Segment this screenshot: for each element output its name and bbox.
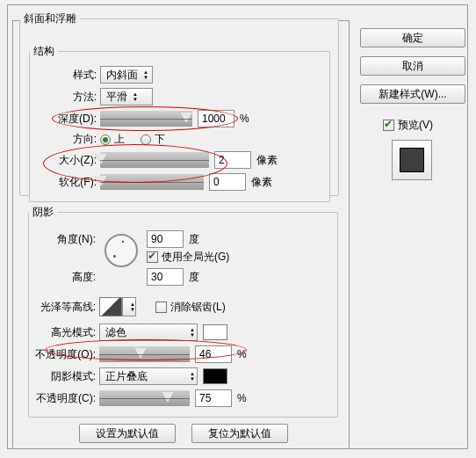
structure-group: 结构 样式: 内斜面 方法: 平滑 深度(D):	[29, 44, 330, 202]
bevel-emboss-group: 斜面和浮雕 结构 样式: 内斜面 方法: 平滑 深度(	[19, 11, 339, 196]
highlight-opacity-unit: %	[237, 348, 247, 360]
highlight-opacity-slider[interactable]	[99, 346, 190, 362]
shading-group: 阴影 角度(N): 90 度 使用全局光(G) 高度: 30 度 光泽等高线:	[28, 205, 338, 418]
soften-input[interactable]: 0	[209, 173, 246, 191]
preview-swatch-inner	[400, 148, 424, 172]
angle-label: 角度(N):	[29, 232, 99, 247]
technique-value: 平滑	[106, 90, 127, 105]
highlight-mode-combobox[interactable]: 滤色	[99, 324, 198, 341]
direction-down-radio[interactable]: 下	[141, 132, 165, 147]
updown-icon	[190, 371, 195, 382]
angle-dial[interactable]	[105, 234, 138, 267]
angle-unit: 度	[189, 232, 199, 247]
gloss-contour-picker[interactable]	[99, 297, 122, 316]
new-style-button[interactable]: 新建样式(W)...	[360, 84, 465, 104]
preview-swatch	[392, 140, 432, 180]
depth-slider[interactable]	[100, 111, 192, 127]
dial-dot	[113, 255, 116, 258]
make-default-button[interactable]: 设置为默认值	[79, 424, 176, 443]
highlight-mode-label: 高光模式:	[29, 325, 99, 340]
shadow-color-swatch[interactable]	[203, 368, 227, 384]
bevel-emboss-legend: 斜面和浮雕	[20, 11, 80, 26]
slider-thumb[interactable]	[95, 176, 107, 186]
size-input[interactable]: 2	[214, 151, 251, 169]
updown-icon	[133, 91, 138, 102]
preview-label: 预览(V)	[398, 118, 433, 133]
size-label: 大小(Z):	[30, 153, 100, 168]
highlight-opacity-label: 不透明度(O):	[29, 347, 99, 362]
ok-button[interactable]: 确定	[360, 28, 465, 47]
dialog-frame: 斜面和浮雕 结构 样式: 内斜面 方法: 平滑 深度(	[7, 4, 468, 449]
technique-label: 方法:	[30, 90, 100, 105]
footer-buttons: 设置为默认值 复位为默认值	[28, 424, 338, 443]
shadow-opacity-label: 不透明度(C):	[29, 391, 99, 406]
shadow-mode-combobox[interactable]: 正片叠底	[99, 367, 198, 385]
highlight-color-swatch[interactable]	[203, 324, 227, 340]
technique-combobox[interactable]: 平滑	[100, 88, 153, 105]
depth-input[interactable]: 1000	[198, 110, 234, 127]
highlight-mode-value: 滤色	[105, 325, 126, 340]
preview-checkbox[interactable]: 预览(V)	[383, 118, 433, 133]
shadow-opacity-slider[interactable]	[99, 390, 190, 406]
slider-thumb[interactable]	[134, 348, 147, 359]
radio-icon	[141, 134, 151, 145]
direction-up-label: 上	[114, 132, 125, 147]
size-unit: 像素	[256, 153, 278, 168]
updown-icon	[130, 302, 135, 312]
highlight-opacity-input[interactable]: 46	[195, 345, 232, 363]
angle-input[interactable]: 90	[147, 230, 184, 248]
slider-thumb[interactable]	[95, 154, 107, 164]
slider-thumb[interactable]	[162, 392, 174, 403]
size-slider[interactable]	[100, 152, 209, 168]
updown-icon	[190, 327, 195, 338]
shadow-mode-label: 阴影模式:	[29, 369, 99, 384]
global-light-label: 使用全局光(G)	[162, 250, 229, 265]
direction-down-label: 下	[155, 132, 165, 147]
altitude-unit: 度	[189, 270, 199, 285]
soften-unit: 像素	[251, 175, 272, 190]
structure-legend: 结构	[30, 44, 58, 59]
checkbox-icon	[383, 120, 394, 131]
checkbox-icon	[147, 251, 158, 263]
altitude-label: 高度:	[29, 270, 99, 285]
style-combobox[interactable]: 内斜面	[100, 66, 153, 84]
reset-default-button[interactable]: 复位为默认值	[191, 424, 288, 443]
direction-up-radio[interactable]: 上	[100, 132, 125, 147]
shading-legend: 阴影	[29, 205, 57, 220]
direction-label: 方向:	[30, 132, 100, 147]
shadow-opacity-unit: %	[237, 392, 247, 404]
soften-label: 软化(F):	[30, 175, 100, 190]
depth-label: 深度(D):	[30, 112, 100, 127]
shadow-opacity-input[interactable]: 75	[195, 389, 232, 407]
style-value: 内斜面	[106, 68, 138, 83]
checkbox-icon	[155, 302, 167, 313]
contour-dropdown[interactable]	[122, 297, 136, 316]
depth-unit: %	[240, 113, 249, 125]
dialog-buttons: 确定 取消 新建样式(W)...	[360, 28, 465, 113]
gloss-contour-label: 光泽等高线:	[29, 300, 99, 315]
updown-icon	[143, 69, 148, 80]
shadow-mode-value: 正片叠底	[105, 369, 148, 384]
slider-thumb[interactable]	[180, 113, 192, 123]
radio-icon	[100, 134, 111, 145]
altitude-input[interactable]: 30	[147, 268, 184, 286]
style-label: 样式:	[30, 68, 100, 83]
antialias-label: 消除锯齿(L)	[170, 300, 226, 315]
global-light-checkbox[interactable]: 使用全局光(G)	[147, 250, 229, 265]
cancel-button[interactable]: 取消	[360, 56, 465, 76]
dial-cross	[122, 241, 124, 243]
antialias-checkbox[interactable]: 消除锯齿(L)	[155, 300, 226, 315]
soften-slider[interactable]	[100, 174, 204, 190]
